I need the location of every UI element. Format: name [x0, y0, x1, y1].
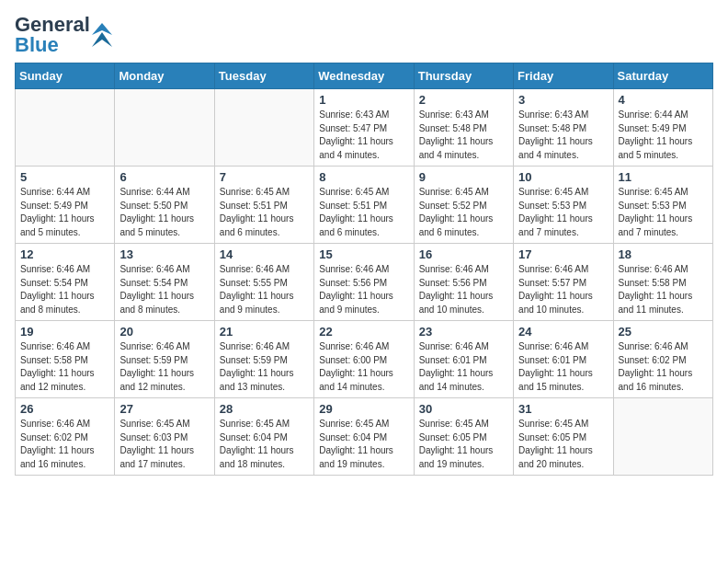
day-number: 10	[518, 170, 608, 184]
weekday-header-sunday: Sunday	[16, 63, 115, 89]
weekday-header-wednesday: Wednesday	[314, 63, 414, 89]
day-number: 24	[518, 325, 608, 339]
day-number: 13	[119, 247, 209, 261]
logo-text-container: General Blue	[15, 15, 90, 55]
day-info: Sunrise: 6:46 AMSunset: 6:02 PMDaylight:…	[20, 418, 109, 471]
day-info: Sunrise: 6:43 AMSunset: 5:48 PMDaylight:…	[518, 109, 608, 162]
day-number: 11	[619, 170, 708, 184]
day-number: 4	[619, 93, 708, 107]
day-info: Sunrise: 6:45 AMSunset: 5:51 PMDaylight:…	[220, 186, 309, 239]
day-number: 17	[518, 247, 608, 261]
day-number: 1	[319, 93, 408, 107]
calendar-cell: 13Sunrise: 6:46 AMSunset: 5:54 PMDayligh…	[115, 244, 214, 321]
weekday-header-monday: Monday	[115, 63, 214, 89]
calendar-cell: 26Sunrise: 6:46 AMSunset: 6:02 PMDayligh…	[16, 398, 115, 476]
calendar-cell	[115, 89, 214, 167]
calendar-cell: 7Sunrise: 6:45 AMSunset: 5:51 PMDaylight…	[214, 167, 313, 244]
day-info: Sunrise: 6:45 AMSunset: 6:03 PMDaylight:…	[119, 418, 209, 471]
logo-blue-text: Blue	[15, 35, 90, 55]
day-info: Sunrise: 6:46 AMSunset: 5:54 PMDaylight:…	[119, 263, 209, 316]
day-info: Sunrise: 6:45 AMSunset: 5:52 PMDaylight:…	[419, 186, 508, 239]
calendar-cell: 3Sunrise: 6:43 AMSunset: 5:48 PMDaylight…	[514, 89, 613, 167]
calendar-cell: 15Sunrise: 6:46 AMSunset: 5:56 PMDayligh…	[314, 244, 414, 321]
day-number: 2	[419, 93, 508, 107]
calendar-cell: 23Sunrise: 6:46 AMSunset: 6:01 PMDayligh…	[414, 321, 513, 398]
calendar-cell: 5Sunrise: 6:44 AMSunset: 5:49 PMDaylight…	[16, 167, 115, 244]
calendar-cell	[214, 89, 313, 167]
calendar-cell: 4Sunrise: 6:44 AMSunset: 5:49 PMDaylight…	[613, 89, 712, 167]
day-info: Sunrise: 6:45 AMSunset: 5:53 PMDaylight:…	[619, 186, 708, 239]
day-number: 14	[220, 247, 309, 261]
day-number: 22	[319, 325, 408, 339]
day-info: Sunrise: 6:46 AMSunset: 5:57 PMDaylight:…	[518, 263, 608, 316]
day-info: Sunrise: 6:46 AMSunset: 5:56 PMDaylight:…	[319, 263, 408, 316]
day-info: Sunrise: 6:46 AMSunset: 6:02 PMDaylight:…	[619, 340, 708, 394]
calendar-week-5: 26Sunrise: 6:46 AMSunset: 6:02 PMDayligh…	[16, 398, 713, 476]
calendar-table: SundayMondayTuesdayWednesdayThursdayFrid…	[15, 63, 713, 476]
calendar-cell: 17Sunrise: 6:46 AMSunset: 5:57 PMDayligh…	[514, 244, 613, 321]
calendar-cell: 8Sunrise: 6:45 AMSunset: 5:51 PMDaylight…	[314, 167, 414, 244]
day-number: 12	[20, 247, 109, 261]
calendar-cell: 9Sunrise: 6:45 AMSunset: 5:52 PMDaylight…	[414, 167, 513, 244]
day-number: 27	[119, 402, 209, 416]
day-info: Sunrise: 6:46 AMSunset: 6:00 PMDaylight:…	[319, 340, 408, 394]
day-info: Sunrise: 6:46 AMSunset: 5:56 PMDaylight:…	[419, 263, 508, 316]
calendar-cell: 25Sunrise: 6:46 AMSunset: 6:02 PMDayligh…	[613, 321, 712, 398]
weekday-header-friday: Friday	[514, 63, 613, 89]
day-info: Sunrise: 6:46 AMSunset: 5:59 PMDaylight:…	[220, 340, 309, 394]
day-number: 29	[319, 402, 408, 416]
day-info: Sunrise: 6:46 AMSunset: 6:01 PMDaylight:…	[419, 340, 508, 394]
calendar-cell: 16Sunrise: 6:46 AMSunset: 5:56 PMDayligh…	[414, 244, 513, 321]
day-number: 21	[220, 325, 309, 339]
day-number: 3	[518, 93, 608, 107]
weekday-header-tuesday: Tuesday	[214, 63, 313, 89]
day-info: Sunrise: 6:45 AMSunset: 6:05 PMDaylight:…	[419, 418, 508, 471]
calendar-cell: 22Sunrise: 6:46 AMSunset: 6:00 PMDayligh…	[314, 321, 414, 398]
calendar-cell	[16, 89, 115, 167]
svg-marker-1	[92, 32, 112, 47]
day-info: Sunrise: 6:46 AMSunset: 5:58 PMDaylight:…	[619, 263, 708, 316]
calendar-cell: 20Sunrise: 6:46 AMSunset: 5:59 PMDayligh…	[115, 321, 214, 398]
day-number: 15	[319, 247, 408, 261]
page-header: General Blue	[15, 15, 713, 55]
day-info: Sunrise: 6:45 AMSunset: 6:04 PMDaylight:…	[319, 418, 408, 471]
day-info: Sunrise: 6:43 AMSunset: 5:47 PMDaylight:…	[319, 109, 408, 162]
day-number: 8	[319, 170, 408, 184]
calendar-cell: 27Sunrise: 6:45 AMSunset: 6:03 PMDayligh…	[115, 398, 214, 476]
day-number: 20	[119, 325, 209, 339]
calendar-cell: 28Sunrise: 6:45 AMSunset: 6:04 PMDayligh…	[214, 398, 313, 476]
calendar-cell: 30Sunrise: 6:45 AMSunset: 6:05 PMDayligh…	[414, 398, 513, 476]
day-number: 19	[20, 325, 109, 339]
day-number: 31	[518, 402, 608, 416]
calendar-cell: 24Sunrise: 6:46 AMSunset: 6:01 PMDayligh…	[514, 321, 613, 398]
day-info: Sunrise: 6:44 AMSunset: 5:50 PMDaylight:…	[119, 186, 209, 239]
calendar-cell: 29Sunrise: 6:45 AMSunset: 6:04 PMDayligh…	[314, 398, 414, 476]
calendar-cell: 6Sunrise: 6:44 AMSunset: 5:50 PMDaylight…	[115, 167, 214, 244]
calendar-cell: 14Sunrise: 6:46 AMSunset: 5:55 PMDayligh…	[214, 244, 313, 321]
calendar-cell: 1Sunrise: 6:43 AMSunset: 5:47 PMDaylight…	[314, 89, 414, 167]
calendar-week-1: 1Sunrise: 6:43 AMSunset: 5:47 PMDaylight…	[16, 89, 713, 167]
day-info: Sunrise: 6:45 AMSunset: 5:51 PMDaylight:…	[319, 186, 408, 239]
day-number: 25	[619, 325, 708, 339]
day-info: Sunrise: 6:46 AMSunset: 5:54 PMDaylight:…	[20, 263, 109, 316]
logo-container: General Blue	[15, 15, 112, 55]
day-number: 5	[20, 170, 109, 184]
calendar-cell: 2Sunrise: 6:43 AMSunset: 5:48 PMDaylight…	[414, 89, 513, 167]
calendar-week-3: 12Sunrise: 6:46 AMSunset: 5:54 PMDayligh…	[16, 244, 713, 321]
day-info: Sunrise: 6:44 AMSunset: 5:49 PMDaylight:…	[619, 109, 708, 162]
day-info: Sunrise: 6:46 AMSunset: 5:55 PMDaylight:…	[220, 263, 309, 316]
calendar-week-2: 5Sunrise: 6:44 AMSunset: 5:49 PMDaylight…	[16, 167, 713, 244]
day-info: Sunrise: 6:43 AMSunset: 5:48 PMDaylight:…	[419, 109, 508, 162]
day-number: 9	[419, 170, 508, 184]
day-info: Sunrise: 6:45 AMSunset: 5:53 PMDaylight:…	[518, 186, 608, 239]
weekday-header-saturday: Saturday	[613, 63, 712, 89]
day-number: 23	[419, 325, 508, 339]
calendar-cell: 11Sunrise: 6:45 AMSunset: 5:53 PMDayligh…	[613, 167, 712, 244]
day-info: Sunrise: 6:46 AMSunset: 5:59 PMDaylight:…	[119, 340, 209, 394]
day-number: 6	[119, 170, 209, 184]
calendar-cell	[613, 398, 712, 476]
weekday-header-thursday: Thursday	[414, 63, 513, 89]
calendar-cell: 21Sunrise: 6:46 AMSunset: 5:59 PMDayligh…	[214, 321, 313, 398]
day-info: Sunrise: 6:45 AMSunset: 6:05 PMDaylight:…	[518, 418, 608, 471]
day-info: Sunrise: 6:44 AMSunset: 5:49 PMDaylight:…	[20, 186, 109, 239]
